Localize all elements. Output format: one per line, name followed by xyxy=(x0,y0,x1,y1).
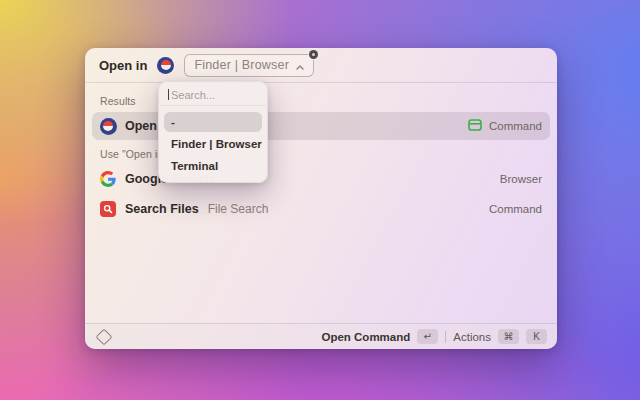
dropdown-search-field[interactable]: Search... xyxy=(159,82,267,105)
k-key-icon: K xyxy=(526,329,547,344)
open-in-app-icon xyxy=(157,57,174,74)
dropdown-badge xyxy=(309,50,318,59)
text-cursor xyxy=(168,89,169,100)
desktop-background: Open in Finder | Browser Results Open in… xyxy=(0,0,640,400)
file-search-icon xyxy=(100,201,116,217)
argument-dropdown-value: Finder | Browser xyxy=(194,58,289,72)
command-title: Open in xyxy=(99,58,147,73)
chevron-up-icon xyxy=(296,56,304,74)
result-type-label: Command xyxy=(489,120,542,132)
result-subtitle: File Search xyxy=(208,202,269,216)
actions-label[interactable]: Actions xyxy=(453,331,491,343)
action-bar-right: Open Command ↵ Actions ⌘ K xyxy=(321,329,547,344)
launcher-window: Open in Finder | Browser Results Open in… xyxy=(85,48,557,349)
primary-action-label[interactable]: Open Command xyxy=(321,331,410,343)
result-accessory: Command xyxy=(468,119,542,133)
results-list: Results Open in Terminal Command Use "Op… xyxy=(85,83,557,323)
result-accessory: Browser xyxy=(500,173,542,185)
command-key-icon: ⌘ xyxy=(498,329,519,344)
argument-dropdown-panel: Search... - Finder | Browser Terminal xyxy=(158,81,268,183)
footer-separator xyxy=(445,331,446,343)
open-in-app-icon xyxy=(100,118,116,134)
dropdown-option-finder-browser[interactable]: Finder | Browser xyxy=(164,134,262,154)
green-window-icon xyxy=(468,119,482,133)
result-row-search-files[interactable]: Search Files File Search Command xyxy=(92,195,550,223)
argument-dropdown-button[interactable]: Finder | Browser xyxy=(184,54,314,77)
google-icon xyxy=(100,171,116,187)
result-type-label: Browser xyxy=(500,173,542,185)
result-title: Search Files xyxy=(125,202,199,216)
dropdown-options: - Finder | Browser Terminal xyxy=(159,106,267,182)
dropdown-option-terminal[interactable]: Terminal xyxy=(164,156,262,176)
result-type-label: Command xyxy=(489,203,542,215)
enter-key-icon: ↵ xyxy=(417,329,438,344)
dropdown-search-placeholder: Search... xyxy=(171,89,215,101)
dropdown-option-dash[interactable]: - xyxy=(164,112,262,132)
command-header: Open in Finder | Browser xyxy=(85,48,557,83)
result-accessory: Command xyxy=(489,203,542,215)
action-bar: Open Command ↵ Actions ⌘ K xyxy=(85,323,557,349)
raycast-logo-icon xyxy=(96,328,113,345)
